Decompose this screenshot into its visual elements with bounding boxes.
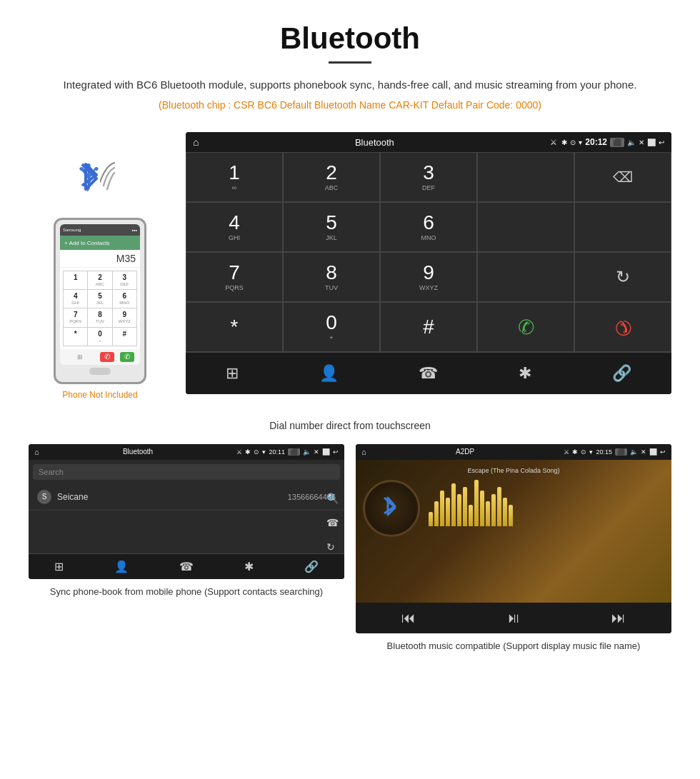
next-track-btn[interactable]: ⏭: [611, 610, 626, 626]
call-icon[interactable]: ☎: [326, 517, 339, 528]
ms-win-icon[interactable]: ⬜: [649, 448, 657, 456]
ms-time: 20:15: [596, 448, 612, 456]
signal-icon: ▾: [579, 139, 582, 146]
search-icon[interactable]: 🔍: [326, 493, 339, 504]
pb-back-icon[interactable]: ↩: [333, 448, 339, 456]
phonebook-status-bar: ⌂ Bluetooth ⚔ ✱ ⊙ ▾ 20:11 ⬛ 🔈 ✕ ⬜ ↩: [29, 444, 344, 460]
pb-cam-icon[interactable]: ⬛: [288, 448, 300, 456]
dial-key-3[interactable]: 3 DEF: [380, 152, 477, 202]
home-icon[interactable]: ⌂: [193, 136, 199, 148]
music-status-bar: ⌂ A2DP ⚔ ✱ ⊙ ▾ 20:15 ⬛ 🔈 ✕ ⬜ ↩: [356, 444, 671, 460]
android-dialpad-screen: ⌂ Bluetooth ⚔ ✱ ⊙ ▾ 20:12 ⬛ 🔈 ✕ ⬜ ↩ 1 ∞: [186, 132, 671, 394]
dial-key-8[interactable]: 8 TUV: [283, 252, 380, 302]
pb-close-icon[interactable]: ✕: [314, 448, 319, 456]
phone-signal-icon: ▪▪▪: [132, 228, 137, 233]
dial-delete-btn[interactable]: ⌫: [574, 152, 671, 202]
bottom-nav-bar: ⊞ 👤 ☎ ✱ 🔗: [186, 352, 671, 394]
dial-key-2[interactable]: 2 ABC: [283, 152, 380, 202]
camera-icon[interactable]: ⬛: [610, 138, 624, 147]
pb-vol-icon[interactable]: 🔈: [303, 448, 311, 456]
add-contacts-label: + Add to Contacts: [64, 240, 109, 246]
pb-bt-icon: ✱: [245, 448, 251, 456]
phone-key-7[interactable]: 7PQRS: [64, 308, 87, 326]
dial-empty-1: [477, 152, 574, 202]
nav-phone-icon[interactable]: ☎: [413, 361, 444, 386]
pb-win-icon[interactable]: ⬜: [322, 448, 330, 456]
pb-nav-phone-icon[interactable]: ☎: [179, 560, 194, 573]
phone-key-5[interactable]: 5JKL: [88, 290, 111, 308]
volume-icon[interactable]: 🔈: [627, 139, 636, 146]
ms-cam-icon[interactable]: ⬛: [615, 448, 627, 456]
pb-nav-grid-icon[interactable]: ⊞: [54, 560, 64, 573]
pb-nav-bt-icon[interactable]: ✱: [244, 560, 254, 573]
nav-bluetooth-icon[interactable]: ✱: [513, 361, 537, 386]
main-caption: Dial number direct from touchscreen: [0, 414, 700, 444]
pb-home-icon[interactable]: ⌂: [34, 448, 39, 456]
nav-contacts-icon[interactable]: 👤: [314, 361, 344, 386]
content-spacer: [29, 511, 344, 553]
screen-title-bluetooth: Bluetooth: [203, 137, 546, 148]
dial-key-5[interactable]: 5 JKL: [283, 202, 380, 252]
music-caption: Bluetooth music compatible (Support disp…: [387, 639, 641, 653]
phone-section: Ⲯ Samsung ▪▪▪: [29, 132, 171, 400]
ms-close-icon[interactable]: ✕: [641, 448, 646, 456]
phonebook-content: Search S Seicane 13566664466 🔍 ☎ ↻: [29, 464, 344, 553]
ms-usb-icon: ⚔: [564, 448, 569, 456]
pb-nav-link-icon[interactable]: 🔗: [304, 560, 319, 573]
dial-key-1[interactable]: 1 ∞: [186, 152, 283, 202]
phone-key-2[interactable]: 2ABC: [88, 271, 111, 289]
ms-home-icon[interactable]: ⌂: [361, 448, 366, 456]
dial-key-9[interactable]: 9 WXYZ: [380, 252, 477, 302]
page-header: Bluetooth Integrated with BC6 Bluetooth …: [0, 0, 700, 132]
song-title-display: Escape (The Pina Colada Song): [363, 467, 664, 474]
phone-key-1[interactable]: 1: [64, 271, 87, 289]
page-title: Bluetooth: [14, 21, 686, 56]
play-pause-btn[interactable]: ⏯: [506, 610, 521, 626]
window-icon[interactable]: ⬜: [647, 139, 656, 146]
dial-key-hash[interactable]: #: [380, 302, 477, 352]
phone-key-0[interactable]: 0+: [88, 328, 111, 346]
contact-row[interactable]: S Seicane 13566664466: [29, 484, 344, 511]
dial-end-call-btn[interactable]: ✆: [574, 302, 671, 352]
contact-letter: S: [37, 490, 51, 504]
ms-vol-icon[interactable]: 🔈: [630, 448, 638, 456]
phone-mockup: Samsung ▪▪▪ + Add to Contacts M35 1 2ABC…: [54, 218, 146, 384]
phone-key-star[interactable]: *: [64, 328, 87, 346]
phonebook-screenshot-block: ⌂ Bluetooth ⚔ ✱ ⊙ ▾ 20:11 ⬛ 🔈 ✕ ⬜ ↩ Sear…: [29, 444, 344, 653]
main-content: Ⲯ Samsung ▪▪▪: [0, 132, 700, 400]
sync-icon[interactable]: ↻: [326, 541, 339, 553]
bluetooth-status-icon: ✱: [561, 139, 567, 146]
dial-call-btn[interactable]: ✆: [477, 302, 574, 352]
close-icon[interactable]: ✕: [639, 139, 644, 146]
phone-brand-label: Samsung: [63, 228, 129, 232]
phone-key-8[interactable]: 8TUV: [88, 308, 111, 326]
dial-key-4[interactable]: 4 GHI: [186, 202, 283, 252]
phone-key-4[interactable]: 4GHI: [64, 290, 87, 308]
nav-grid-icon[interactable]: ⊞: [220, 361, 244, 386]
search-bar[interactable]: Search: [33, 464, 340, 480]
music-screenshot-block: ⌂ A2DP ⚔ ✱ ⊙ ▾ 20:15 ⬛ 🔈 ✕ ⬜ ↩ Escape (T…: [356, 444, 671, 653]
phone-key-6[interactable]: 6MNO: [113, 290, 136, 308]
dial-key-7[interactable]: 7 PQRS: [186, 252, 283, 302]
dial-key-star[interactable]: *: [186, 302, 283, 352]
pb-time: 20:11: [269, 448, 285, 456]
dial-refresh-btn[interactable]: ↻: [574, 252, 671, 302]
dial-key-0[interactable]: 0 +: [283, 302, 380, 352]
prev-track-btn[interactable]: ⏮: [401, 610, 416, 626]
dial-key-6[interactable]: 6 MNO: [380, 202, 477, 252]
phone-action-btn: ⊞: [66, 352, 94, 362]
nav-link-icon[interactable]: 🔗: [606, 361, 637, 386]
pb-nav-contacts-icon[interactable]: 👤: [114, 560, 129, 573]
phone-key-3[interactable]: 3DEF: [113, 271, 136, 289]
ms-screen-title: A2DP: [369, 448, 561, 456]
phone-key-hash[interactable]: #: [113, 328, 136, 346]
back-icon[interactable]: ↩: [659, 139, 664, 146]
phone-end-call-btn[interactable]: ✆: [100, 352, 114, 362]
phone-display: M35: [60, 250, 140, 268]
bluetooth-icon-area: Ⲯ: [71, 154, 129, 211]
ms-back-icon[interactable]: ↩: [660, 448, 666, 456]
phone-call-btn[interactable]: ✆: [120, 352, 134, 362]
phone-home-button[interactable]: [89, 368, 111, 375]
phone-key-9[interactable]: 9WXYZ: [113, 308, 136, 326]
pb-usb-icon: ⚔: [236, 448, 242, 456]
